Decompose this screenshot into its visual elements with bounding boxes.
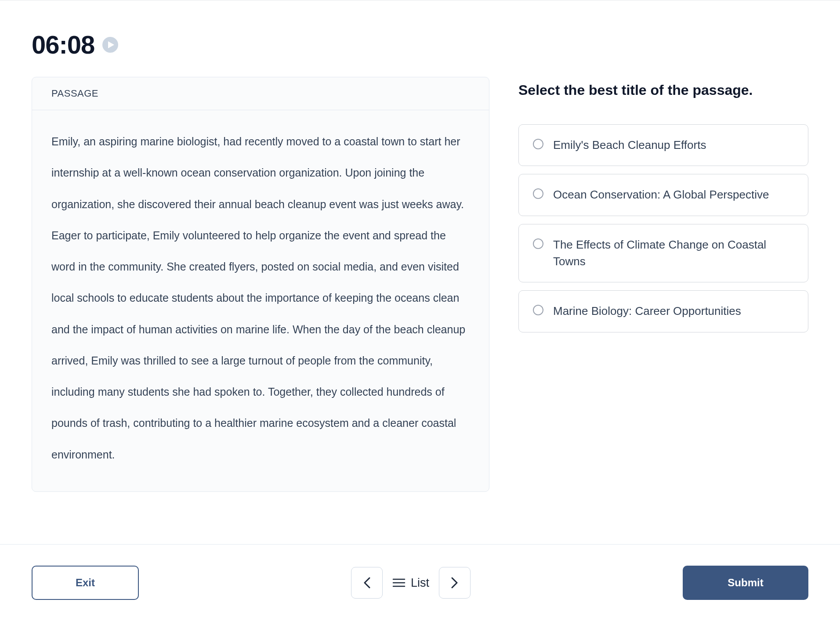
radio-icon <box>533 305 543 315</box>
passage-body: Emily, an aspiring marine biologist, had… <box>32 110 489 491</box>
question-panel: Select the best title of the passage. Em… <box>518 77 808 340</box>
chevron-left-icon <box>363 577 370 588</box>
exit-button[interactable]: Exit <box>32 566 139 600</box>
option-label: Emily's Beach Cleanup Efforts <box>553 137 706 154</box>
option-3[interactable]: Marine Biology: Career Opportunities <box>518 290 808 332</box>
list-icon <box>392 577 406 588</box>
timer-row: 06:08 <box>32 30 808 59</box>
list-label: List <box>411 576 429 590</box>
option-2[interactable]: The Effects of Climate Change on Coastal… <box>518 224 808 282</box>
chevron-right-icon <box>451 577 458 588</box>
submit-button[interactable]: Submit <box>683 566 808 600</box>
timer-display: 06:08 <box>32 30 94 59</box>
option-label: The Effects of Climate Change on Coastal… <box>553 237 794 270</box>
footer: Exit List Submit <box>0 544 840 628</box>
radio-icon <box>533 238 543 249</box>
option-1[interactable]: Ocean Conservation: A Global Perspective <box>518 174 808 216</box>
option-label: Marine Biology: Career Opportunities <box>553 303 741 320</box>
radio-icon <box>533 139 543 149</box>
option-0[interactable]: Emily's Beach Cleanup Efforts <box>518 124 808 166</box>
option-label: Ocean Conservation: A Global Perspective <box>553 187 769 203</box>
list-button[interactable]: List <box>392 576 429 590</box>
next-button[interactable] <box>439 567 471 599</box>
question-title: Select the best title of the passage. <box>518 81 808 100</box>
passage-panel: PASSAGE Emily, an aspiring marine biolog… <box>32 77 489 492</box>
nav-group: List <box>351 567 471 599</box>
radio-icon <box>533 188 543 199</box>
prev-button[interactable] <box>351 567 383 599</box>
passage-header: PASSAGE <box>32 77 489 110</box>
play-icon[interactable] <box>102 37 118 53</box>
